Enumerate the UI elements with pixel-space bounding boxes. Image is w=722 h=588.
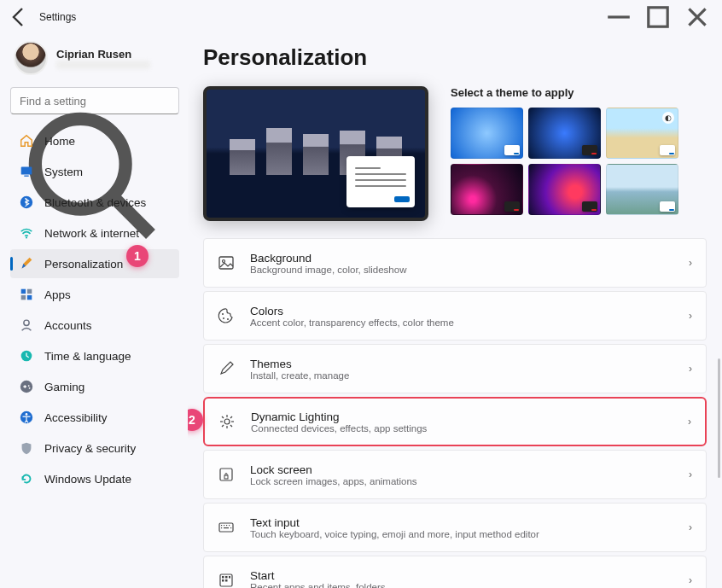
- nav-item-system[interactable]: System: [10, 157, 179, 186]
- card-sub: Connected devices, effects, app settings: [251, 423, 427, 434]
- back-button[interactable]: [5, 3, 32, 31]
- svg-point-22: [223, 317, 224, 319]
- keyboard-icon: [218, 519, 235, 536]
- avatar: [14, 41, 48, 75]
- wifi-icon: [19, 225, 34, 241]
- card-sub: Install, create, manage: [250, 370, 349, 381]
- chevron-right-icon: ›: [689, 574, 692, 586]
- card-title: Dynamic Lighting: [251, 410, 427, 423]
- nav-item-accounts[interactable]: Accounts: [10, 311, 179, 340]
- nav-item-apps[interactable]: Apps: [10, 280, 179, 309]
- card-title: Background: [250, 252, 406, 265]
- desktop-preview[interactable]: [203, 86, 428, 221]
- card-title: Start: [250, 569, 386, 582]
- svg-rect-4: [21, 167, 32, 175]
- nav-item-accessibility[interactable]: Accessibility: [10, 403, 179, 432]
- theme-option-3[interactable]: ◐: [606, 108, 678, 159]
- svg-rect-47: [222, 579, 224, 582]
- chevron-right-icon: ›: [689, 469, 692, 480]
- bluetooth-icon: [19, 195, 34, 210]
- svg-rect-8: [21, 289, 26, 294]
- nav-item-time[interactable]: Time & language: [10, 341, 179, 370]
- start-icon: [218, 572, 235, 588]
- nav-label: Network & internet: [44, 227, 139, 240]
- card-lock-screen[interactable]: Lock screenLock screen images, apps, ani…: [203, 450, 707, 499]
- picture-icon: [218, 254, 235, 271]
- nav-label: Accounts: [44, 319, 92, 332]
- themes-heading: Select a theme to apply: [451, 86, 707, 99]
- nav-label: Bluetooth & devices: [44, 196, 146, 209]
- card-dynamic-lighting[interactable]: Dynamic LightingConnected devices, effec…: [203, 397, 707, 446]
- svg-rect-42: [230, 527, 231, 528]
- card-sub: Recent apps and items, folders: [250, 582, 386, 589]
- card-text-input[interactable]: Text inputTouch keyboard, voice typing, …: [203, 503, 707, 552]
- nav-label: System: [44, 166, 83, 178]
- svg-line-29: [222, 416, 224, 418]
- apps-icon: [19, 287, 34, 302]
- page-title: Personalization: [203, 44, 707, 71]
- chevron-right-icon: ›: [689, 363, 692, 375]
- svg-point-18: [26, 413, 28, 416]
- profile-name: Ciprian Rusen: [56, 48, 150, 61]
- svg-rect-39: [229, 525, 230, 526]
- card-start[interactable]: StartRecent apps and items, folders ›: [203, 556, 707, 588]
- gaming-icon: [19, 379, 34, 394]
- nav-label: Windows Update: [44, 473, 131, 486]
- palette-icon: [218, 307, 235, 324]
- nav-item-bluetooth[interactable]: Bluetooth & devices: [10, 188, 179, 217]
- svg-rect-11: [27, 295, 32, 300]
- svg-point-16: [29, 387, 31, 389]
- card-title: Themes: [250, 358, 349, 370]
- annotation-badge-2: 2: [188, 409, 203, 431]
- chevron-right-icon: ›: [689, 257, 692, 269]
- nav-item-gaming[interactable]: Gaming: [10, 372, 179, 401]
- update-icon: [19, 471, 34, 486]
- card-colors[interactable]: ColorsAccent color, transparency effects…: [203, 291, 707, 341]
- window-title: Settings: [39, 11, 76, 23]
- profile-block[interactable]: Ciprian Rusen: [10, 41, 179, 75]
- close-button[interactable]: [678, 3, 717, 31]
- nav-item-home[interactable]: Home: [10, 126, 179, 155]
- svg-rect-48: [225, 579, 228, 582]
- theme-grid: ◐: [451, 108, 707, 215]
- card-background[interactable]: BackgroundBackground image, color, slide…: [203, 238, 707, 288]
- svg-rect-1: [649, 8, 667, 26]
- svg-point-15: [28, 385, 30, 387]
- svg-rect-40: [221, 527, 222, 528]
- accessibility-icon: [19, 410, 34, 425]
- brush-icon: [218, 360, 235, 377]
- accounts-icon: [19, 317, 34, 333]
- nav-item-update[interactable]: Windows Update: [10, 464, 179, 493]
- svg-rect-34: [224, 475, 228, 479]
- nav-label: Gaming: [44, 381, 84, 393]
- card-themes[interactable]: ThemesInstall, create, manage ›: [203, 344, 707, 393]
- theme-option-5[interactable]: [528, 164, 601, 215]
- nav-item-privacy[interactable]: Privacy & security: [10, 434, 179, 463]
- theme-option-1[interactable]: [451, 108, 523, 159]
- theme-option-6[interactable]: [606, 164, 678, 215]
- scrollbar[interactable]: [718, 358, 720, 478]
- svg-rect-10: [21, 295, 26, 300]
- card-sub: Touch keyboard, voice typing, emoji and …: [250, 529, 539, 539]
- nav-item-network[interactable]: Network & internet: [10, 218, 179, 247]
- card-sub: Lock screen images, apps, animations: [250, 476, 417, 486]
- nav-label: Home: [44, 135, 75, 148]
- title-bar: Settings: [0, 0, 722, 34]
- nav-list: Home System Bluetooth & devices Network …: [10, 126, 179, 493]
- content-area: Personalization Select a theme to apply …: [188, 34, 722, 588]
- svg-point-23: [227, 318, 229, 320]
- svg-rect-37: [224, 525, 224, 526]
- svg-point-21: [222, 313, 224, 315]
- nav-item-personalization[interactable]: Personalization: [10, 249, 179, 278]
- search-box[interactable]: [10, 87, 179, 114]
- nav-label: Apps: [44, 288, 71, 301]
- minimize-button[interactable]: [599, 3, 638, 31]
- clock-icon: [19, 348, 34, 364]
- paintbrush-icon: [19, 256, 34, 271]
- lockscreen-icon: [218, 466, 235, 483]
- nav-label: Time & language: [44, 350, 131, 363]
- nav-label: Personalization: [44, 258, 123, 271]
- theme-option-2[interactable]: [528, 108, 601, 159]
- theme-option-4[interactable]: [451, 164, 523, 215]
- maximize-button[interactable]: [638, 3, 678, 31]
